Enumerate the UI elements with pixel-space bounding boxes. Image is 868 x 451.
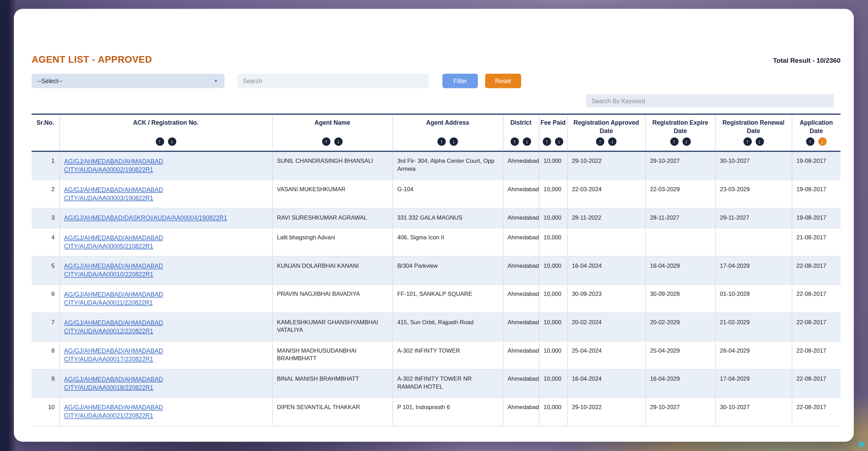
column-label: ACK / Registration No. bbox=[61, 118, 271, 137]
registration-link[interactable]: AG/GJ/AHMEDABAD/AHMADABAD CITY/AUDA/AA00… bbox=[64, 375, 193, 392]
approved-date-cell: 28-11-2022 bbox=[567, 208, 646, 228]
application-date-cell: 19-08-2017 bbox=[792, 151, 841, 180]
registration-no-cell: AG/GJ/AHMEDABAD/AHMADABAD CITY/AUDA/AA00… bbox=[59, 256, 272, 285]
fee-paid-cell: 10,000 bbox=[539, 208, 567, 228]
application-date-cell: 22-08-2017 bbox=[792, 341, 841, 370]
reset-button[interactable]: Reset bbox=[485, 74, 521, 88]
agent-table: Sr.No.ACK / Registration No.↑↓Agent Name… bbox=[32, 114, 840, 426]
column-header[interactable]: Registration Expire Date↑↓ bbox=[645, 114, 715, 151]
sort-ascending-icon[interactable]: ↑ bbox=[437, 138, 446, 146]
column-label: Registration Expire Date bbox=[647, 118, 714, 137]
fee-paid-cell: 10,000 bbox=[539, 398, 567, 426]
table-header: Sr.No.ACK / Registration No.↑↓Agent Name… bbox=[32, 114, 840, 151]
district-cell: Ahmedabad bbox=[503, 313, 539, 341]
agent-address-cell: 415, Sun Orbit, Rajpath Road bbox=[393, 313, 503, 341]
filter-button[interactable]: Filter bbox=[442, 74, 478, 88]
renewal-date-cell: 21-02-2029 bbox=[715, 313, 792, 341]
sort-controls: ↑↓ bbox=[647, 138, 714, 147]
registration-link[interactable]: AG/GJ/AHMEDABAD/AHMADABAD CITY/AUDA/AA00… bbox=[64, 404, 193, 420]
agent-address-cell: 3rd Flr- 304, Alpha Center Court, Opp Ar… bbox=[393, 151, 503, 180]
sort-descending-icon[interactable]: ↓ bbox=[555, 138, 563, 146]
registration-link[interactable]: AG/GJ/AHMEDABAD/AHMADABAD CITY/AUDA/AA00… bbox=[64, 234, 193, 250]
renewal-date-cell: 30-10-2027 bbox=[715, 398, 792, 426]
expire-date-cell bbox=[645, 228, 715, 256]
district-cell: Ahmedabad bbox=[503, 256, 539, 285]
table-row: 8AG/GJ/AHMEDABAD/AHMADABAD CITY/AUDA/AA0… bbox=[32, 341, 840, 370]
sort-ascending-icon[interactable]: ↑ bbox=[322, 138, 331, 146]
agent-name-cell: SUNIL CHANDRASINGH BHANSALI bbox=[272, 151, 393, 180]
renewal-date-cell: 26-04-2029 bbox=[715, 341, 792, 370]
sort-ascending-icon[interactable]: ↑ bbox=[596, 138, 604, 146]
column-label: Agent Address bbox=[394, 118, 501, 137]
district-cell: Ahmedabad bbox=[503, 369, 539, 398]
approved-date-cell: 29-10-2022 bbox=[567, 398, 646, 426]
sort-descending-icon[interactable]: ↓ bbox=[168, 138, 176, 146]
fee-paid-cell: 10,000 bbox=[539, 369, 567, 398]
sort-ascending-icon[interactable]: ↑ bbox=[743, 138, 752, 146]
registration-link[interactable]: AG/GJ/AHMEDABAD/AHMADABAD CITY/AUDA/AA00… bbox=[64, 290, 193, 307]
expire-date-cell: 30-09-2028 bbox=[645, 285, 715, 313]
column-header[interactable]: District↑↓ bbox=[503, 114, 539, 151]
registration-no-cell: AG/GJ/AHMEDABAD/AHMADABAD CITY/AUDA/AA00… bbox=[59, 228, 272, 256]
sort-controls: ↑↓ bbox=[504, 138, 537, 147]
fee-paid-cell: 10,000 bbox=[539, 256, 567, 285]
column-header: Sr.No. bbox=[32, 114, 59, 151]
registration-link[interactable]: AG/GJ/AHMEDABAD/AHMADABAD CITY/AUDA/AA00… bbox=[64, 157, 193, 174]
approved-date-cell: 25-04-2024 bbox=[567, 341, 646, 370]
registration-link[interactable]: AG/GJ/AHMEDABAD/AHMADABAD CITY/AUDA/AA00… bbox=[64, 186, 193, 202]
keyword-search-input[interactable] bbox=[586, 94, 834, 107]
sort-controls: ↑↓ bbox=[61, 138, 271, 147]
sort-ascending-icon[interactable]: ↑ bbox=[156, 138, 164, 146]
agent-name-cell: KUNJAN DOLARBHAI KANANI bbox=[272, 256, 393, 285]
renewal-date-cell: 30-10-2027 bbox=[715, 151, 792, 180]
sort-controls: ↑↓ bbox=[717, 138, 790, 147]
column-label: Fee Paid bbox=[540, 118, 566, 137]
filter-select[interactable]: --Select-- ▼ bbox=[32, 74, 225, 88]
column-header[interactable]: Registration Approved Date↑↓ bbox=[567, 114, 646, 151]
sort-descending-icon[interactable]: ↓ bbox=[818, 138, 826, 146]
fee-paid-cell: 10,000 bbox=[539, 313, 567, 341]
table-row: 1AG/GJ/AHMEDABAD/AHMADABAD CITY/AUDA/AA0… bbox=[32, 151, 840, 180]
sort-ascending-icon[interactable]: ↑ bbox=[543, 138, 551, 146]
column-header[interactable]: Agent Name↑↓ bbox=[272, 114, 393, 151]
sort-descending-icon[interactable]: ↓ bbox=[334, 138, 343, 146]
agent-address-cell: 406, Sigma Icon II bbox=[393, 228, 503, 256]
expire-date-cell: 16-04-2029 bbox=[645, 369, 715, 398]
search-input[interactable] bbox=[237, 74, 429, 88]
registration-no-cell: AG/GJ/AHMEDABAD/AHMADABAD CITY/AUDA/AA00… bbox=[59, 313, 272, 341]
sr-no-cell: 5 bbox=[32, 256, 59, 285]
registration-link[interactable]: AG/GJ/AHMEDABAD/DASKROI/AUDA/AA00004/190… bbox=[64, 214, 193, 222]
sort-ascending-icon[interactable]: ↑ bbox=[670, 138, 678, 146]
sort-ascending-icon[interactable]: ↑ bbox=[511, 138, 519, 146]
registration-no-cell: AG/GJ/AHMEDABAD/AHMADABAD CITY/AUDA/AA00… bbox=[59, 285, 272, 313]
sort-descending-icon[interactable]: ↓ bbox=[682, 138, 691, 146]
agent-name-cell: VASANI MUKESHKUMAR bbox=[272, 180, 393, 208]
fee-paid-cell: 10,000 bbox=[539, 151, 567, 180]
district-cell: Ahmedabad bbox=[503, 151, 539, 180]
sort-descending-icon[interactable]: ↓ bbox=[523, 138, 531, 146]
agent-name-cell: PRAVIN NAGJIBHAI BAVADIYA bbox=[272, 285, 393, 313]
agent-name-cell: DIPEN SEVANTILAL THAKKAR bbox=[272, 398, 393, 426]
sort-ascending-icon[interactable]: ↑ bbox=[806, 138, 814, 146]
sort-descending-icon[interactable]: ↓ bbox=[755, 138, 764, 146]
column-header[interactable]: Agent Address↑↓ bbox=[393, 114, 503, 151]
sort-controls: ↑↓ bbox=[793, 138, 840, 147]
table-row: 4AG/GJ/AHMEDABAD/AHMADABAD CITY/AUDA/AA0… bbox=[32, 228, 840, 256]
column-header[interactable]: Registration Renewal Date↑↓ bbox=[715, 114, 792, 151]
sr-no-cell: 10 bbox=[32, 398, 59, 426]
sort-descending-icon[interactable]: ↓ bbox=[608, 138, 616, 146]
column-header[interactable]: Fee Paid↑↓ bbox=[539, 114, 567, 151]
expire-date-cell: 20-02-2029 bbox=[645, 313, 715, 341]
table-row: 7AG/GJ/AHMEDABAD/AHMADABAD CITY/AUDA/AA0… bbox=[32, 313, 840, 341]
application-window: AGENT LIST - APPROVED Total Result - 10/… bbox=[0, 0, 868, 451]
sort-descending-icon[interactable]: ↓ bbox=[450, 138, 458, 146]
column-label: Agent Name bbox=[274, 118, 391, 137]
fee-paid-cell: 10,000 bbox=[539, 180, 567, 208]
column-header[interactable]: Application Date↑↓ bbox=[792, 114, 841, 151]
sr-no-cell: 3 bbox=[32, 208, 59, 228]
registration-link[interactable]: AG/GJ/AHMEDABAD/AHMADABAD CITY/AUDA/AA00… bbox=[64, 347, 193, 364]
registration-link[interactable]: AG/GJ/AHMEDABAD/AHMADABAD CITY/AUDA/AA00… bbox=[64, 262, 193, 279]
column-header[interactable]: ACK / Registration No.↑↓ bbox=[59, 114, 272, 151]
registration-link[interactable]: AG/GJ/AHMEDABAD/AHMADABAD CITY/AUDA/AA00… bbox=[64, 319, 193, 335]
district-cell: Ahmedabad bbox=[503, 208, 539, 228]
